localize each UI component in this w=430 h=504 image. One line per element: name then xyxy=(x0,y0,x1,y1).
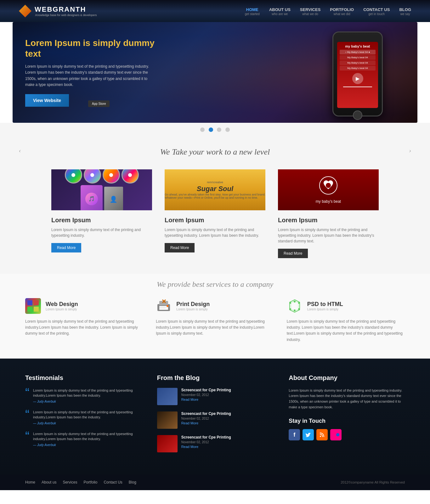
app-store-button[interactable]: App Store xyxy=(88,100,110,107)
blog-info-2: Screencast for Cpe Printing November 02,… xyxy=(181,411,273,425)
slider-dot-3[interactable] xyxy=(217,127,221,132)
header: WEBGRANTH .Knowledge base for web design… xyxy=(0,0,430,22)
phone-mockup: my baby's beat ♪ My Baby's beat 04 ● My … xyxy=(332,31,383,116)
nav-home[interactable]: HOME get started xyxy=(245,7,260,16)
service-psd-subtitle: Lorem Ipsum is simply xyxy=(307,308,343,311)
portfolio-image-3: my baby's beat xyxy=(278,169,379,210)
service-print-body: Lorem Ipsum is simply dummy text of the … xyxy=(156,319,274,337)
blog-read-more-2[interactable]: Read More xyxy=(181,421,273,425)
footer-link-contact[interactable]: Contact Us xyxy=(104,480,122,484)
testimonial-1-author: — Judy Averbuk xyxy=(33,400,141,403)
flickr-icon[interactable] xyxy=(330,429,342,440)
portfolio-title-2: Lorem Ipsum xyxy=(165,217,265,224)
svg-point-1 xyxy=(326,183,331,188)
service-psd-title: PSD to HTML xyxy=(307,301,343,308)
cd-cover: 🎵 xyxy=(81,185,103,210)
portfolio-section: 🎵 👤 Lorem Ipsum Lorem Ipsum is simply du… xyxy=(0,163,430,274)
service-psd-title-area: PSD to HTML Lorem Ipsum is simply xyxy=(307,301,343,311)
blog-post-title-3: Screencast for Cpe Printing xyxy=(181,435,273,439)
tagline-1-text: We Take your work to a new level xyxy=(160,147,270,156)
service-web-design: Web Design Lorem Ipsum is simply Lorem I… xyxy=(25,298,143,343)
service-web-header: Web Design Lorem Ipsum is simply xyxy=(25,298,143,314)
testimonial-3-text: Lorem Ipsum is simply dummy text of the … xyxy=(33,431,141,442)
baby-beat-decoration: my baby's beat xyxy=(278,169,379,210)
blog-post-title-2: Screencast for Cpe Printing xyxy=(181,411,273,416)
blog-read-more-1[interactable]: Read More xyxy=(181,398,273,401)
blog-thumb-3 xyxy=(157,435,178,452)
footer-link-portfolio[interactable]: Portfolio xyxy=(83,480,97,484)
slider-dot-2[interactable] xyxy=(209,127,213,132)
baby-beat-label: my baby's beat xyxy=(316,199,341,204)
svg-rect-3 xyxy=(34,300,39,305)
nav-portfolio[interactable]: PORTFOLIO what we did xyxy=(330,7,354,16)
hero-phone-image: my baby's beat ♪ My Baby's beat 04 ● My … xyxy=(304,28,399,116)
blog-read-more-3[interactable]: Read More xyxy=(181,445,273,449)
social-icons: f xyxy=(289,429,405,440)
facebook-icon[interactable]: f xyxy=(289,429,300,440)
slider-dots xyxy=(0,123,430,138)
service-print-header: Print Design Lorem Ipsum is simply xyxy=(156,298,274,314)
service-psd-body: Lorem Ipsum is simply dummy text of the … xyxy=(287,319,405,343)
slider-dot-1[interactable] xyxy=(200,127,205,132)
nav-blog[interactable]: BLOG we say xyxy=(399,7,411,16)
bottom-area: Testimonials Lorem Ipsum is simply dummy… xyxy=(0,359,430,474)
blog-info-1: Screencast for Cpe Printing November 02,… xyxy=(181,388,273,401)
blog-item-1: Screencast for Cpe Printing November 02,… xyxy=(157,388,273,405)
portfolio-title-1: Lorem Ipsum xyxy=(51,217,152,224)
about-section: About Company Lorem Ipsum is simply dumm… xyxy=(289,374,405,459)
service-web-title: Web Design xyxy=(46,301,78,308)
service-web-subtitle: Lorem Ipsum is simply xyxy=(46,308,78,311)
svg-rect-2 xyxy=(27,300,32,305)
blog-date-3: November 02, 2012 xyxy=(181,440,273,444)
footer-link-home[interactable]: Home xyxy=(25,480,35,484)
blog-item-2: Screencast for Cpe Printing November 02,… xyxy=(157,411,273,429)
blog-post-title-1: Screencast for Cpe Printing xyxy=(181,388,273,392)
portfolio-image-2: rem◊creative Sugar Soul Go ahead, you've… xyxy=(165,169,265,210)
prev-arrow[interactable]: ‹ xyxy=(19,147,21,154)
twitter-icon[interactable] xyxy=(303,429,314,440)
hero-title: Lorem Ipsum is simply dummy text xyxy=(25,38,157,59)
read-more-button-3[interactable]: Read More xyxy=(278,249,308,258)
footer-link-blog[interactable]: Blog xyxy=(129,480,136,484)
footer-link-services[interactable]: Services xyxy=(63,480,77,484)
svg-point-15 xyxy=(298,302,300,304)
svg-rect-5 xyxy=(34,307,39,312)
nav-services[interactable]: SERVICES what we do xyxy=(300,7,321,16)
svg-point-16 xyxy=(298,308,300,310)
nav-contact[interactable]: CONTACT US get in touch xyxy=(363,7,390,16)
logo-icon xyxy=(19,5,31,17)
services-grid: Web Design Lorem Ipsum is simply Lorem I… xyxy=(25,298,405,343)
rss-icon[interactable] xyxy=(316,429,328,440)
service-psd-html: PSD to HTML Lorem Ipsum is simply Lorem … xyxy=(287,298,405,343)
hero-cta-button[interactable]: View Website xyxy=(25,94,69,107)
svg-point-14 xyxy=(294,301,296,303)
about-title: About Company xyxy=(289,374,405,382)
tagline-section-1: ‹ We Take your work to a new level › xyxy=(0,138,430,163)
phone-screen: my baby's beat ♪ My Baby's beat 04 ● My … xyxy=(337,42,378,108)
read-more-button-2[interactable]: Read More xyxy=(165,243,195,252)
svg-point-21 xyxy=(332,433,336,436)
svg-point-9 xyxy=(167,305,168,307)
next-arrow[interactable]: › xyxy=(409,147,411,154)
testimonial-2-author: — Judy Averbuk xyxy=(33,422,141,425)
nav-about[interactable]: ABOUT US who are we xyxy=(269,7,291,16)
service-print-title-area: Print Design Lorem Ipsum is simply xyxy=(176,301,210,311)
footer-copyright: 2012©companyname All Rights Reserved xyxy=(341,480,405,484)
service-print-subtitle: Lorem Ipsum is simply xyxy=(176,308,210,311)
sugar-soul-logo: Sugar Soul xyxy=(197,185,233,193)
baby-beat-heart-icon xyxy=(319,176,338,198)
testimonial-1: Lorem Ipsum is simply dummy text of the … xyxy=(25,388,141,403)
blog-title: From the Blog xyxy=(157,374,273,382)
cd-2 xyxy=(84,169,101,184)
testimonial-3-author: — Judy Averbuk xyxy=(33,443,141,447)
footer-bar: Home About us Services Portfolio Contact… xyxy=(0,474,430,490)
services-section: We provide best services to a company We… xyxy=(0,274,430,359)
sugar-soul-sub: Go ahead, you've already taken the first… xyxy=(165,193,265,199)
svg-point-22 xyxy=(336,433,339,436)
service-psd-header: PSD to HTML Lorem Ipsum is simply xyxy=(287,298,405,314)
svg-point-20 xyxy=(320,436,321,437)
svg-point-17 xyxy=(294,309,296,311)
read-more-button-1[interactable]: Read More xyxy=(51,243,81,252)
slider-dot-4[interactable] xyxy=(225,127,230,132)
footer-link-about[interactable]: About us xyxy=(42,480,56,484)
